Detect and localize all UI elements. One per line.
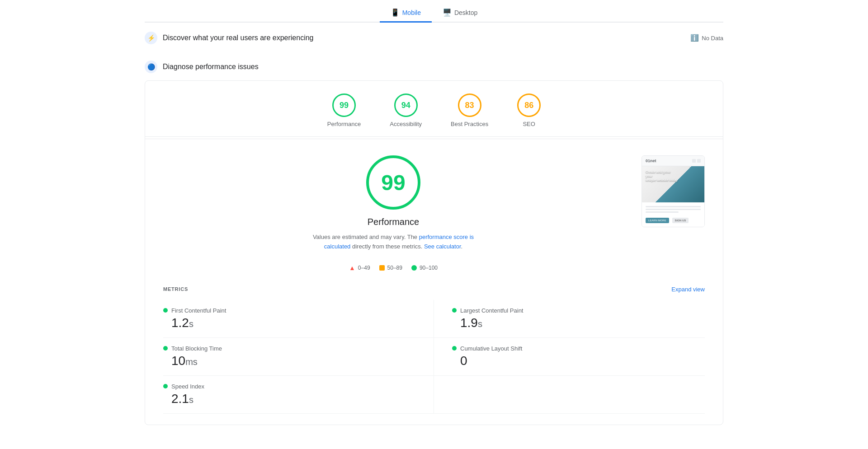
expand-view-button[interactable]: Expand view	[671, 286, 705, 293]
screenshot-titlebar: 01net	[642, 156, 704, 166]
metric-unit-si: s	[189, 395, 193, 405]
metric-name-tbt: Total Blocking Time	[171, 345, 222, 352]
screenshot-hero-text: Create and growyourunique website today	[646, 170, 678, 182]
score-value-accessibility: 94	[401, 101, 410, 110]
performance-description: Values are estimated and may vary. The p…	[312, 233, 475, 252]
tab-mobile-label: Mobile	[402, 9, 421, 16]
screenshot-body: Create and growyourunique website today …	[642, 166, 704, 227]
score-item-seo[interactable]: 86 SEO	[517, 94, 541, 127]
metric-item-tbt: Total Blocking Time 10ms	[163, 338, 434, 376]
metric-number-cls: 0	[460, 354, 467, 368]
metric-name-si: Speed Index	[171, 383, 204, 390]
big-score-value: 99	[381, 170, 405, 195]
score-item-best-practices[interactable]: 83 Best Practices	[451, 94, 488, 127]
metric-number-tbt: 10	[171, 354, 185, 368]
metric-item-lcp: Largest Contentful Paint 1.9s	[434, 300, 705, 338]
legend-range-green: 90–100	[420, 265, 438, 271]
metric-value-fcp: 1.2s	[163, 316, 415, 330]
metric-unit-fcp: s	[189, 319, 193, 329]
discover-title: Discover what your real users are experi…	[163, 34, 313, 42]
metric-item-cls: Cumulative Layout Shift 0	[434, 338, 705, 376]
metric-number-si: 2.1	[171, 392, 189, 406]
score-circle-seo: 86	[517, 94, 541, 117]
legend-circle-green	[411, 265, 417, 271]
mobile-icon: 📱	[391, 8, 400, 17]
legend-triangle-icon: ▲	[349, 264, 355, 271]
legend-range-red: 0–49	[358, 265, 370, 271]
score-circle-accessibility: 94	[394, 94, 418, 117]
description-suffix: .	[461, 243, 463, 250]
metric-value-lcp: 1.9s	[452, 316, 705, 330]
tabs-bar: 📱 Mobile 🖥️ Desktop	[145, 0, 723, 23]
screenshot-control-2	[697, 159, 701, 163]
score-item-accessibility[interactable]: 94 Accessibility	[390, 94, 422, 127]
metric-name-lcp: Largest Contentful Paint	[460, 307, 523, 314]
diagnose-section-header: 🔵 Diagnose performance issues	[145, 51, 723, 80]
description-prefix: Values are estimated and may vary. The	[313, 234, 419, 240]
screenshot-section: 01net Create and growyourunique website …	[642, 155, 705, 271]
score-circle-performance: 99	[332, 94, 356, 117]
main-card: 99 Performance 94 Accessibility 83 Best …	[145, 80, 723, 425]
metric-dot-fcp	[163, 308, 168, 313]
big-score-circle: 99	[366, 155, 420, 210]
discover-section-header: ⚡ Discover what your real users are expe…	[145, 23, 723, 51]
metric-unit-tbt: ms	[185, 357, 198, 367]
legend-row: ▲ 0–49 50–89 90–100	[349, 264, 438, 271]
metrics-section: METRICS Expand view First Contentful Pai…	[145, 286, 723, 425]
metric-item-si: Speed Index 2.1s	[163, 376, 434, 414]
score-label-performance: Performance	[327, 121, 361, 127]
score-circle-best-practices: 83	[458, 94, 481, 117]
no-data-info-icon: ℹ️	[690, 34, 699, 42]
discover-icon: ⚡	[145, 32, 157, 44]
metric-value-si: 2.1s	[163, 392, 415, 406]
screenshot-text-line-1	[646, 206, 701, 207]
screenshot-frame: 01net Create and growyourunique website …	[642, 155, 705, 227]
tab-desktop[interactable]: 🖥️ Desktop	[432, 4, 488, 23]
legend-square-orange	[379, 265, 385, 271]
desktop-icon: 🖥️	[443, 8, 452, 17]
metric-item-empty	[434, 376, 705, 414]
score-value-best-practices: 83	[465, 101, 474, 110]
calculator-link[interactable]: See calculator	[424, 243, 461, 250]
score-value-performance: 99	[340, 101, 349, 110]
diagnose-title: Diagnose performance issues	[163, 63, 259, 71]
diagnose-icon: 🔵	[145, 61, 157, 73]
metric-name-cls: Cumulative Layout Shift	[460, 345, 522, 352]
metric-item-fcp: First Contentful Paint 1.2s	[163, 300, 434, 338]
screenshot-logo: 01net	[646, 159, 656, 163]
screenshot-btn-2: SIGN US	[672, 218, 689, 223]
screenshot-controls	[692, 159, 701, 163]
legend-range-orange: 50–89	[387, 265, 402, 271]
metrics-grid: First Contentful Paint 1.2s Largest Cont…	[163, 300, 705, 414]
metrics-section-label: METRICS	[163, 286, 188, 292]
legend-item-green: 90–100	[411, 265, 438, 271]
score-label-best-practices: Best Practices	[451, 121, 488, 127]
score-item-performance[interactable]: 99 Performance	[327, 94, 361, 127]
metric-unit-lcp: s	[478, 319, 482, 329]
screenshot-hero: Create and growyourunique website today	[642, 166, 704, 202]
metric-number-fcp: 1.2	[171, 316, 189, 330]
description-middle: directly from these metrics.	[350, 243, 424, 250]
tab-mobile[interactable]: 📱 Mobile	[380, 4, 432, 23]
performance-score-section: 99 Performance Values are estimated and …	[163, 155, 623, 271]
no-data-label: No Data	[702, 35, 723, 42]
metric-name-row-si: Speed Index	[163, 383, 415, 390]
metric-name-row-lcp: Largest Contentful Paint	[452, 307, 705, 314]
score-summary-bar: 99 Performance 94 Accessibility 83 Best …	[145, 81, 723, 137]
metric-name-row-tbt: Total Blocking Time	[163, 345, 415, 352]
score-divider	[145, 139, 723, 139]
screenshot-content-area: LEARN MORE SIGN US	[642, 202, 704, 227]
metric-number-lcp: 1.9	[460, 316, 478, 330]
score-label-accessibility: Accessibility	[390, 121, 422, 127]
screenshot-btn-1: LEARN MORE	[646, 218, 669, 223]
metrics-header: METRICS Expand view	[163, 286, 705, 293]
metric-dot-si	[163, 384, 168, 388]
screenshot-text-line-3	[646, 211, 679, 213]
tab-desktop-label: Desktop	[454, 9, 477, 16]
legend-item-orange: 50–89	[379, 265, 402, 271]
screenshot-text-line-2	[646, 209, 701, 210]
metric-name-row-fcp: First Contentful Paint	[163, 307, 415, 314]
metric-value-cls: 0	[452, 354, 705, 368]
metric-dot-lcp	[452, 308, 457, 313]
metric-name-fcp: First Contentful Paint	[171, 307, 226, 314]
